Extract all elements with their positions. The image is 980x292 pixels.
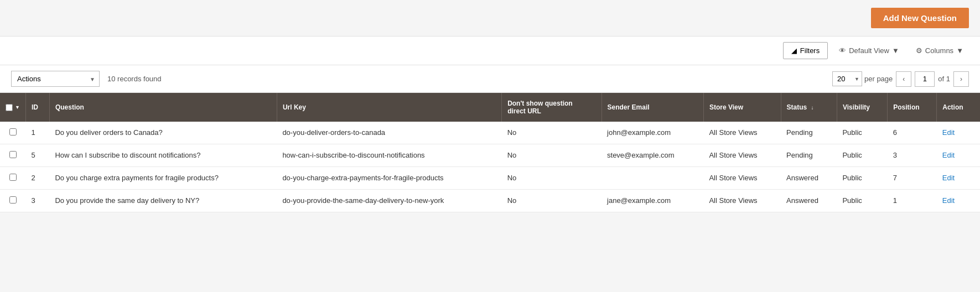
row-visibility: Public xyxy=(837,167,887,190)
per-page-select[interactable]: 20 50 100 xyxy=(832,71,862,86)
row-checkbox-cell xyxy=(0,190,25,212)
url-key-column-header: Url Key xyxy=(277,93,501,122)
row-status: Answered xyxy=(781,190,837,212)
row-visibility: Public xyxy=(837,122,887,144)
row-question: Do you provide the same day delivery to … xyxy=(49,190,277,212)
row-checkbox[interactable] xyxy=(9,151,17,158)
actions-bar: Actions 10 records found 20 50 100 per p… xyxy=(0,65,980,93)
row-status: Answered xyxy=(781,167,837,190)
row-visibility: Public xyxy=(837,190,887,212)
filters-label: Filters xyxy=(800,46,820,55)
row-url-key: do-you-provide-the-same-day-delivery-to-… xyxy=(277,190,501,212)
row-id: 3 xyxy=(25,190,49,212)
filters-button[interactable]: ◢ Filters xyxy=(783,42,828,59)
row-question: Do you charge extra payments for fragile… xyxy=(49,167,277,190)
row-question: Do you deliver orders to Canada? xyxy=(49,122,277,144)
of-label: of 1 xyxy=(938,75,950,83)
edit-link[interactable]: Edit xyxy=(942,128,955,137)
per-page-label: per page xyxy=(864,75,893,83)
row-id: 2 xyxy=(25,167,49,190)
row-url-key: do-you-charge-extra-payments-for-fragile… xyxy=(277,167,501,190)
row-action: Edit xyxy=(937,122,980,144)
chevron-down-icon-table[interactable]: ▼ xyxy=(15,105,20,110)
row-id: 1 xyxy=(25,122,49,144)
row-url-key: do-you-deliver-orders-to-canada xyxy=(277,122,501,144)
row-id: 5 xyxy=(25,144,49,167)
select-all-checkbox[interactable] xyxy=(6,104,13,111)
row-store-view: All Store Views xyxy=(703,122,781,144)
sort-arrow-icon: ↓ xyxy=(811,105,814,111)
records-count: 10 records found xyxy=(107,75,162,83)
row-sender-email xyxy=(602,167,703,190)
row-action: Edit xyxy=(937,144,980,167)
row-status: Pending xyxy=(781,144,837,167)
chevron-down-icon: ▼ xyxy=(892,46,899,55)
top-bar: Add New Question xyxy=(0,0,980,36)
default-view-button[interactable]: 👁 Default View ▼ xyxy=(833,43,905,59)
status-column-header[interactable]: Status ↓ xyxy=(781,93,837,122)
table-header-row: ▼ ID Question Url Key Don't show questio… xyxy=(0,93,980,122)
edit-link[interactable]: Edit xyxy=(942,196,955,205)
actions-left: Actions 10 records found xyxy=(11,71,162,87)
row-store-view: All Store Views xyxy=(703,144,781,167)
row-visibility: Public xyxy=(837,144,887,167)
table-body: 1 Do you deliver orders to Canada? do-yo… xyxy=(0,122,980,212)
row-checkbox-cell xyxy=(0,144,25,167)
edit-link[interactable]: Edit xyxy=(942,151,955,159)
filter-icon: ◢ xyxy=(791,46,797,55)
question-column-header: Question xyxy=(49,93,277,122)
eye-icon: 👁 xyxy=(839,46,846,55)
next-page-button[interactable]: › xyxy=(953,71,969,87)
store-view-column-header: Store View xyxy=(703,93,781,122)
columns-label: Columns xyxy=(925,46,953,55)
row-dont-show: No xyxy=(502,167,602,190)
checkbox-header: ▼ xyxy=(0,93,25,122)
questions-table: ▼ ID Question Url Key Don't show questio… xyxy=(0,93,980,212)
edit-link[interactable]: Edit xyxy=(942,174,955,182)
page-number-input[interactable] xyxy=(915,71,935,87)
row-position: 7 xyxy=(888,167,937,190)
row-checkbox[interactable] xyxy=(9,174,17,181)
table-row: 2 Do you charge extra payments for fragi… xyxy=(0,167,980,190)
gear-icon: ⚙ xyxy=(916,46,922,55)
per-page-select-wrapper: 20 50 100 xyxy=(832,71,862,86)
per-page-wrapper: 20 50 100 per page xyxy=(832,71,893,86)
pagination: 20 50 100 per page ‹ of 1 › xyxy=(832,71,969,87)
row-action: Edit xyxy=(937,190,980,212)
row-sender-email: jane@example.com xyxy=(602,190,703,212)
prev-page-button[interactable]: ‹ xyxy=(896,71,911,87)
row-store-view: All Store Views xyxy=(703,190,781,212)
visibility-column-header: Visibility xyxy=(837,93,887,122)
row-position: 1 xyxy=(888,190,937,212)
row-checkbox-cell xyxy=(0,122,25,144)
dont-show-column-header: Don't show questiondirect URL xyxy=(502,93,602,122)
row-dont-show: No xyxy=(502,190,602,212)
row-action: Edit xyxy=(937,167,980,190)
row-sender-email: john@example.com xyxy=(602,122,703,144)
actions-select-wrapper: Actions xyxy=(11,71,100,87)
table-row: 3 Do you provide the same day delivery t… xyxy=(0,190,980,212)
id-column-header: ID xyxy=(25,93,49,122)
row-checkbox[interactable] xyxy=(9,196,17,204)
row-dont-show: No xyxy=(502,122,602,144)
row-position: 3 xyxy=(888,144,937,167)
table-row: 5 How can I subscribe to discount notifi… xyxy=(0,144,980,167)
row-sender-email: steve@example.com xyxy=(602,144,703,167)
toolbar: ◢ Filters 👁 Default View ▼ ⚙ Columns ▼ xyxy=(0,36,980,65)
actions-dropdown[interactable]: Actions xyxy=(11,71,100,87)
add-new-question-button[interactable]: Add New Question xyxy=(871,8,969,28)
action-column-header: Action xyxy=(937,93,980,122)
row-position: 6 xyxy=(888,122,937,144)
row-dont-show: No xyxy=(502,144,602,167)
row-question: How can I subscribe to discount notifica… xyxy=(49,144,277,167)
view-label: Default View xyxy=(849,46,889,55)
table-container: ▼ ID Question Url Key Don't show questio… xyxy=(0,93,980,212)
row-checkbox[interactable] xyxy=(9,128,17,135)
row-checkbox-cell xyxy=(0,167,25,190)
row-url-key: how-can-i-subscribe-to-discount-notifica… xyxy=(277,144,501,167)
position-column-header: Position xyxy=(888,93,937,122)
row-status: Pending xyxy=(781,122,837,144)
sender-email-column-header: Sender Email xyxy=(602,93,703,122)
columns-button[interactable]: ⚙ Columns ▼ xyxy=(910,43,969,59)
row-store-view: All Store Views xyxy=(703,167,781,190)
